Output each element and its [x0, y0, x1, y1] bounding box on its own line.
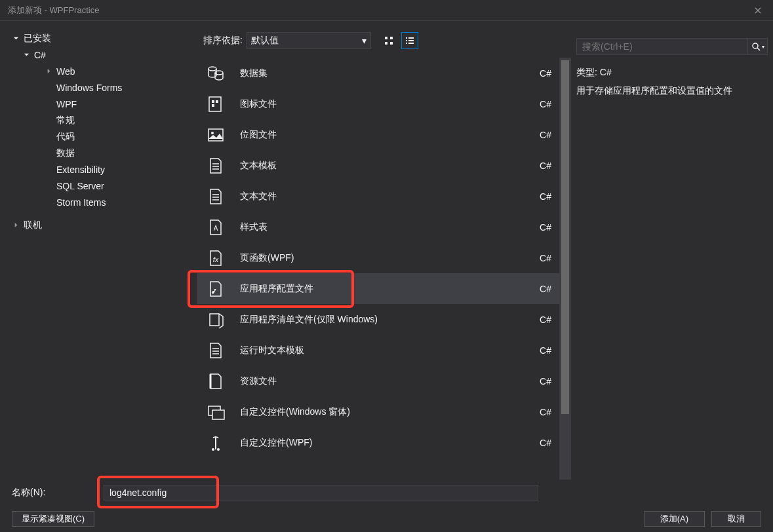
- cancel-button[interactable]: 取消: [711, 511, 761, 527]
- svg-point-17: [211, 132, 214, 134]
- tree-item-extensibility[interactable]: Extensibility: [7, 161, 190, 178]
- svg-rect-14: [216, 100, 218, 103]
- view-list-button[interactable]: [401, 32, 418, 49]
- template-lang: C#: [540, 407, 551, 417]
- tree-item-general[interactable]: 常规: [7, 112, 190, 128]
- svg-text:A: A: [214, 225, 218, 232]
- template-icon: [205, 309, 227, 331]
- template-list: 数据集C#图标文件C#位图文件C#文本模板C#文本文件C#A样式表C#fx页函数…: [197, 58, 571, 480]
- svg-rect-30: [212, 410, 224, 419]
- name-input[interactable]: [104, 485, 538, 501]
- template-icon: [205, 155, 227, 177]
- category-tree: 已安装 C# Web Windows Forms WPF 常规 代码 数据 Ex…: [0, 21, 197, 480]
- tree-csharp[interactable]: C#: [7, 47, 190, 63]
- template-icon: [205, 278, 227, 300]
- tree-label: Web: [56, 66, 75, 77]
- compact-view-button[interactable]: 显示紧凑视图(C): [12, 511, 94, 527]
- template-name: 页函数(WPF): [240, 252, 294, 264]
- template-lang: C#: [540, 253, 551, 263]
- template-item[interactable]: 资源文件C#: [197, 366, 571, 396]
- svg-point-31: [212, 448, 214, 451]
- tree-item-code[interactable]: 代码: [7, 128, 190, 145]
- template-item[interactable]: 运行时文本模板C#: [197, 335, 571, 366]
- svg-point-10: [208, 67, 216, 71]
- scrollbar-thumb[interactable]: [561, 60, 569, 414]
- sort-label: 排序依据:: [203, 35, 243, 47]
- svg-rect-4: [406, 37, 407, 39]
- window-title: 添加新项 - WPFPractice: [8, 5, 99, 16]
- svg-rect-16: [208, 129, 223, 141]
- add-button[interactable]: 添加(A): [644, 511, 705, 527]
- tree-item-winforms[interactable]: Windows Forms: [7, 79, 190, 96]
- template-item[interactable]: 应用程序清单文件(仅限 Windows)C#: [197, 304, 571, 335]
- svg-rect-3: [390, 42, 393, 45]
- tree-label: Storm Items: [56, 197, 106, 208]
- tree-label: Windows Forms: [56, 83, 122, 93]
- svg-rect-7: [408, 40, 414, 41]
- template-lang: C#: [540, 99, 551, 109]
- template-item[interactable]: 数据集C#: [197, 58, 571, 88]
- template-lang: C#: [540, 191, 551, 202]
- template-item[interactable]: 文本模板C#: [197, 150, 571, 181]
- svg-rect-6: [406, 40, 407, 41]
- type-label: 类型:: [576, 67, 597, 77]
- chevron-down-icon: [22, 51, 30, 59]
- template-name: 资源文件: [240, 375, 277, 387]
- svg-line-34: [757, 48, 760, 50]
- sort-dropdown[interactable]: 默认值 ▾: [247, 32, 371, 49]
- tree-item-data[interactable]: 数据: [7, 145, 190, 161]
- template-lang: C#: [540, 284, 551, 294]
- template-name: 自定义控件(WPF): [240, 437, 312, 449]
- tree-item-wpf[interactable]: WPF: [7, 96, 190, 112]
- template-item[interactable]: 图标文件C#: [197, 88, 571, 119]
- view-grid-button[interactable]: [380, 32, 397, 49]
- tree-label: 联机: [24, 219, 42, 231]
- template-item[interactable]: 自定义控件(Windows 窗体)C#: [197, 396, 571, 427]
- svg-rect-1: [390, 37, 393, 39]
- template-icon: A: [205, 216, 227, 238]
- tree-installed[interactable]: 已安装: [7, 30, 190, 47]
- chevron-down-icon: ▾: [362, 35, 367, 46]
- svg-point-32: [217, 448, 220, 451]
- tree-label: C#: [34, 50, 46, 60]
- tree-label: 已安装: [24, 33, 51, 45]
- template-item[interactable]: 应用程序配置文件C#: [197, 273, 571, 304]
- tree-item-sql[interactable]: SQL Server: [7, 178, 190, 194]
- template-name: 图标文件: [240, 98, 277, 110]
- tree-online[interactable]: 联机: [7, 217, 190, 233]
- search-input[interactable]: [576, 38, 748, 55]
- template-icon: [205, 185, 227, 208]
- search-button[interactable]: ▾: [748, 38, 768, 55]
- tree-label: WPF: [56, 99, 77, 109]
- type-value: C#: [600, 67, 612, 77]
- template-icon: [205, 339, 227, 362]
- template-item[interactable]: 位图文件C#: [197, 119, 571, 150]
- chevron-right-icon: [45, 67, 52, 75]
- scrollbar[interactable]: [559, 58, 571, 480]
- template-icon: fx: [205, 247, 227, 269]
- template-lang: C#: [540, 68, 551, 79]
- template-name: 样式表: [240, 221, 268, 233]
- tree-label: SQL Server: [56, 181, 104, 191]
- template-item[interactable]: A样式表C#: [197, 212, 571, 242]
- svg-rect-0: [385, 37, 387, 39]
- chevron-down-icon: [12, 35, 20, 43]
- template-item[interactable]: 自定义控件(WPF)C#: [197, 427, 571, 458]
- template-name: 文本文件: [240, 191, 277, 202]
- svg-rect-12: [209, 97, 221, 111]
- sort-value: 默认值: [251, 35, 279, 47]
- template-lang: C#: [540, 222, 551, 233]
- template-name: 自定义控件(Windows 窗体): [240, 406, 350, 418]
- template-icon: [205, 93, 227, 115]
- tree-item-web[interactable]: Web: [7, 63, 190, 79]
- svg-rect-2: [385, 42, 387, 45]
- close-button[interactable]: [743, 0, 773, 21]
- template-name: 文本模板: [240, 160, 277, 172]
- template-item[interactable]: fx页函数(WPF)C#: [197, 242, 571, 273]
- template-lang: C#: [540, 130, 551, 140]
- svg-rect-5: [408, 37, 414, 39]
- tree-item-storm[interactable]: Storm Items: [7, 194, 190, 210]
- tree-label: 代码: [56, 131, 75, 143]
- svg-rect-9: [408, 43, 414, 44]
- template-item[interactable]: 文本文件C#: [197, 181, 571, 212]
